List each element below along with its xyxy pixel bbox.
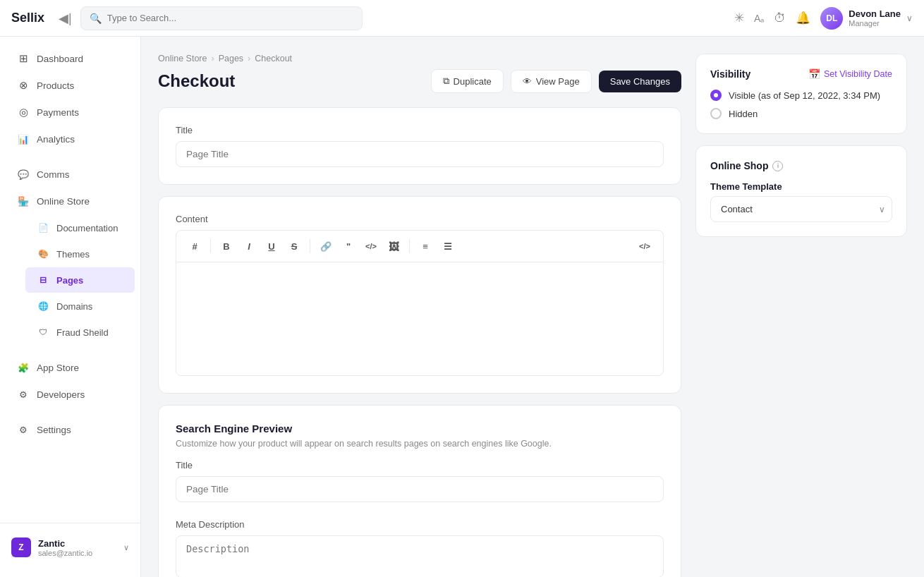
sidebar-item-label: Online Store <box>37 196 90 207</box>
breadcrumb-online-store[interactable]: Online Store <box>158 54 207 63</box>
sidebar-item-label: Products <box>37 80 74 91</box>
dashboard-icon: ⊞ <box>17 52 30 65</box>
toolbar-italic[interactable]: I <box>239 236 259 256</box>
seo-card: Search Engine Preview Customize how your… <box>158 405 681 577</box>
toolbar-underline[interactable]: U <box>262 236 281 256</box>
sidebar-item-fraud-shield[interactable]: 🛡 Fraud Sheild <box>25 320 135 345</box>
sidebar-item-app-store[interactable]: 🧩 App Store <box>6 355 135 380</box>
avatar: DL <box>820 7 843 30</box>
seo-title-label: Title <box>176 460 664 470</box>
view-page-label: View Page <box>536 76 580 87</box>
right-panel: Visibility 📅 Set Visibility Date Visible… <box>695 54 907 560</box>
sidebar-item-label: Settings <box>37 425 71 435</box>
developers-icon: ⚙ <box>17 388 30 401</box>
set-date-label: Set Visibility Date <box>824 69 892 79</box>
app-store-icon: 🧩 <box>17 361 30 374</box>
breadcrumb: Online Store › Pages › Checkout <box>158 54 681 63</box>
sidebar-item-domains[interactable]: 🌐 Domains <box>25 293 135 319</box>
editor-content[interactable] <box>176 262 663 375</box>
duplicate-icon: ⧉ <box>443 75 449 87</box>
toolbar-strikethrough[interactable]: S <box>284 236 304 256</box>
account-email: sales@zantic.io <box>38 549 116 557</box>
breadcrumb-sep-1: › <box>211 54 214 63</box>
visible-option[interactable]: Visible (as of Sep 12, 2022, 3:34 PM) <box>710 90 892 101</box>
theme-template-label: Theme Template <box>710 181 892 192</box>
account-switcher[interactable]: Z Zantic sales@zantic.io ∨ <box>6 532 135 563</box>
sidebar: ⊞ Dashboard ⊗ Products ◎ Payments 📊 Anal… <box>0 37 141 577</box>
header-actions: ⧉ Duplicate 👁 View Page Save Changes <box>431 69 681 93</box>
documentation-icon: 📄 <box>37 221 49 234</box>
user-chevron-icon: ∨ <box>906 13 913 23</box>
user-role: Manager <box>849 19 901 28</box>
sidebar-item-label: Payments <box>37 107 79 118</box>
toolbar-image[interactable]: 🖼 <box>384 236 403 256</box>
account-name: Zantic <box>38 538 116 549</box>
sidebar-item-analytics[interactable]: 📊 Analytics <box>6 126 135 152</box>
save-changes-label: Save Changes <box>610 76 670 87</box>
sidebar-item-documentation[interactable]: 📄 Documentation <box>25 215 135 241</box>
sidebar-item-label: Comms <box>37 169 70 180</box>
translate-icon[interactable]: Aₐ <box>754 13 764 24</box>
title-field-input[interactable] <box>176 141 664 167</box>
content-field-label: Content <box>176 214 664 224</box>
app-logo: Sellix <box>11 11 44 25</box>
sidebar-collapse-button[interactable]: ◀| <box>59 11 72 26</box>
account-chevron-icon: ∨ <box>123 543 129 552</box>
online-shop-title: Online Shop <box>710 160 768 171</box>
sidebar-item-pages[interactable]: ⊟ Pages <box>25 267 135 293</box>
calendar-icon: 📅 <box>808 68 820 80</box>
theme-template-select[interactable]: Contact Default Minimal Custom <box>710 196 892 222</box>
title-card: Title <box>158 107 681 185</box>
save-changes-button[interactable]: Save Changes <box>599 71 681 92</box>
toolbar-quote[interactable]: " <box>339 236 358 256</box>
sidebar-item-products[interactable]: ⊗ Products <box>6 73 135 98</box>
sidebar-item-payments[interactable]: ◎ Payments <box>6 99 135 125</box>
payments-icon: ◎ <box>17 106 30 119</box>
sun-icon[interactable]: ✳ <box>734 11 744 25</box>
hidden-option[interactable]: Hidden <box>710 108 892 119</box>
sidebar-item-label: Themes <box>56 249 90 260</box>
user-menu[interactable]: DL Devon Lane Manager ∨ <box>820 7 913 30</box>
duplicate-button[interactable]: ⧉ Duplicate <box>431 69 504 93</box>
sidebar-item-developers[interactable]: ⚙ Developers <box>6 382 135 407</box>
sidebar-item-label: Domains <box>56 301 92 312</box>
products-icon: ⊗ <box>17 79 30 92</box>
breadcrumb-pages[interactable]: Pages <box>219 54 243 63</box>
sidebar-item-dashboard[interactable]: ⊞ Dashboard <box>6 46 135 71</box>
toolbar-code-inline[interactable]: </> <box>361 236 381 256</box>
account-icon: Z <box>11 537 31 557</box>
fraud-shield-icon: 🛡 <box>37 326 49 339</box>
hidden-radio[interactable] <box>710 108 722 119</box>
info-icon[interactable]: i <box>772 161 783 171</box>
toolbar-heading[interactable]: # <box>185 236 205 256</box>
sidebar-item-themes[interactable]: 🎨 Themes <box>25 241 135 267</box>
hidden-label: Hidden <box>729 109 758 119</box>
sidebar-item-settings[interactable]: ⚙ Settings <box>6 417 135 442</box>
search-bar[interactable]: 🔍 <box>80 6 363 30</box>
sidebar-item-online-store[interactable]: 🏪 Online Store <box>6 188 135 214</box>
sidebar-item-label: Fraud Sheild <box>56 327 109 338</box>
themes-icon: 🎨 <box>37 248 49 260</box>
toolbar-list-ul[interactable]: ≡ <box>415 236 435 256</box>
seo-description-text: Customize how your product will appear o… <box>176 439 664 449</box>
comms-icon: 💬 <box>17 168 30 181</box>
eye-icon: 👁 <box>523 76 532 87</box>
visible-radio[interactable] <box>710 90 722 101</box>
visibility-card: Visibility 📅 Set Visibility Date Visible… <box>695 54 907 134</box>
user-name: Devon Lane <box>849 8 901 19</box>
toolbar-link[interactable]: 🔗 <box>316 236 336 256</box>
toolbar-bold[interactable]: B <box>217 236 236 256</box>
seo-meta-input[interactable] <box>176 535 664 577</box>
notification-icon[interactable]: 🔔 <box>796 11 810 25</box>
clock-icon[interactable]: ⏱ <box>774 11 786 25</box>
search-input[interactable] <box>107 13 353 23</box>
set-visibility-date-button[interactable]: 📅 Set Visibility Date <box>808 68 892 80</box>
seo-title-input[interactable] <box>176 476 664 502</box>
sidebar-item-comms[interactable]: 💬 Comms <box>6 162 135 187</box>
toolbar-list-ol[interactable]: ☰ <box>438 236 458 256</box>
settings-icon: ⚙ <box>17 423 30 436</box>
visibility-title: Visibility <box>710 68 750 80</box>
toolbar-code-block[interactable]: </> <box>635 236 655 256</box>
view-page-button[interactable]: 👁 View Page <box>511 70 592 93</box>
sidebar-item-label: Analytics <box>37 134 75 145</box>
